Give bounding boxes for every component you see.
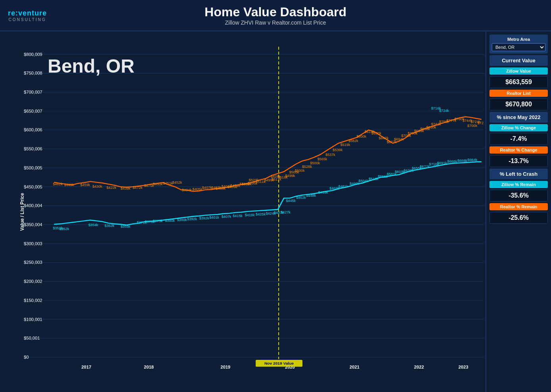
svg-text:2019: 2019	[220, 365, 230, 369]
svg-text:$450,005: $450,005	[24, 184, 42, 189]
svg-text:$459k: $459k	[318, 190, 328, 194]
realtor-remain-display: -25.6%	[489, 212, 548, 224]
svg-text:2018: 2018	[144, 365, 154, 369]
svg-text:$750,008: $750,008	[24, 71, 42, 76]
realtor-remain-label: Realtor % Remain	[489, 203, 548, 210]
left-crash-header: % Left to Crash	[489, 169, 548, 179]
svg-text:$519k: $519k	[340, 143, 350, 147]
svg-text:$650,007: $650,007	[24, 109, 42, 113]
svg-text:$448k: $448k	[306, 194, 316, 198]
logo-text: re:venture	[8, 9, 47, 17]
svg-text:$504k: $504k	[358, 179, 368, 183]
svg-text:$400,004: $400,004	[24, 204, 42, 208]
svg-text:$700,007: $700,007	[24, 90, 42, 94]
main-content: Value / List Price Bend, OR	[0, 31, 551, 392]
svg-text:$565k: $565k	[317, 157, 327, 161]
svg-text:$668k: $668k	[457, 159, 467, 163]
logo: re:venture CONSULTING	[8, 9, 47, 22]
svg-text:$537k: $537k	[326, 153, 335, 157]
logo-sub: CONSULTING	[8, 17, 47, 22]
svg-text:$430k: $430k	[92, 184, 102, 188]
svg-text:$472k: $472k	[133, 186, 143, 190]
svg-text:$449k: $449k	[64, 183, 74, 187]
svg-text:$100,001: $100,001	[24, 317, 42, 322]
realtor-pct-label: Realtor % Change	[489, 146, 548, 154]
svg-text:$419k: $419k	[245, 213, 255, 217]
svg-text:$375k: $375k	[153, 219, 163, 223]
svg-text:$528k: $528k	[302, 165, 312, 169]
svg-text:$691k: $691k	[437, 161, 447, 165]
realtor-value-label: Realtor List	[489, 90, 548, 97]
header: re:venture CONSULTING Home Value Dashboa…	[0, 0, 551, 31]
svg-text:$500,005: $500,005	[24, 165, 42, 170]
svg-text:$439k: $439k	[121, 187, 131, 191]
svg-text:$150,002: $150,002	[24, 298, 42, 303]
svg-text:$600,006: $600,006	[24, 128, 42, 133]
current-value-header: Current Value	[489, 55, 548, 66]
svg-text:$500k: $500k	[310, 161, 320, 165]
svg-text:$518k: $518k	[369, 177, 379, 181]
right-sidebar: Metro Area Bend, OR Current Value Zillow…	[485, 31, 551, 392]
svg-text:$300,003: $300,003	[24, 241, 42, 246]
svg-text:$407k: $407k	[202, 186, 212, 190]
zillow-remain-display: -35.6%	[489, 190, 548, 202]
svg-text:$550,006: $550,006	[24, 146, 42, 151]
svg-text:$0: $0	[24, 355, 29, 359]
page-title: Home Value Dashboard	[204, 5, 346, 19]
svg-text:$250,003: $250,003	[24, 260, 42, 265]
svg-text:$392k: $392k	[199, 216, 209, 220]
svg-text:$694k: $694k	[394, 138, 404, 142]
svg-text:$405k: $405k	[193, 188, 202, 192]
zillow-value-display: $663,559	[489, 76, 548, 88]
svg-text:$422k: $422k	[106, 186, 116, 190]
chart-svg: $800,009 $750,008 $700,007 $650,007 $600…	[24, 35, 484, 376]
zillow-remain-label: Zillow % Remain	[489, 181, 548, 188]
svg-text:2017: 2017	[81, 365, 91, 369]
svg-text:$445k: $445k	[286, 199, 296, 203]
svg-text:$380k: $380k	[177, 218, 187, 222]
metro-area-section: Metro Area Bend, OR	[489, 35, 548, 54]
page-subtitle: Zillow ZHVI Raw v Realtor.com List Price	[204, 19, 346, 26]
svg-text:$392k: $392k	[187, 217, 197, 221]
svg-text:$452k: $452k	[296, 196, 306, 200]
svg-text:$380k: $380k	[165, 219, 175, 223]
metro-select[interactable]: Bend, OR	[492, 43, 545, 51]
svg-text:$642k: $642k	[379, 136, 389, 140]
realtor-pct-display: -13.7%	[489, 155, 548, 167]
svg-text:$724k: $724k	[439, 109, 449, 113]
svg-text:$499k: $499k	[285, 174, 295, 178]
svg-text:$668k: $668k	[447, 159, 457, 163]
svg-text:$427k: $427k	[281, 210, 291, 214]
svg-text:$350,004: $350,004	[24, 222, 42, 227]
svg-text:$415k: $415k	[233, 214, 243, 218]
header-center: Home Value Dashboard Zillow ZHVI Raw v R…	[204, 5, 346, 26]
zillow-pct-label: Zillow % Change	[489, 124, 548, 131]
svg-text:2023: 2023	[459, 365, 468, 369]
svg-text:$800,009: $800,009	[24, 52, 42, 57]
since-may-header: % since May 2022	[489, 112, 548, 123]
chart-area: Value / List Price Bend, OR	[0, 31, 485, 392]
svg-text:$50,001: $50,001	[24, 336, 40, 341]
realtor-value-display: $670,800	[489, 98, 548, 110]
svg-text:$481k: $481k	[338, 184, 348, 188]
svg-text:$664k: $664k	[467, 158, 477, 162]
svg-text:$523k: $523k	[249, 179, 259, 183]
svg-text:$425k: $425k	[256, 213, 266, 217]
city-label: Bend, OR	[48, 55, 135, 77]
svg-text:$539k: $539k	[333, 148, 343, 152]
svg-text:2021: 2021	[350, 365, 360, 369]
svg-text:$600k: $600k	[356, 135, 366, 138]
svg-text:2022: 2022	[414, 365, 424, 369]
svg-text:$630k: $630k	[372, 131, 381, 135]
svg-text:$582k: $582k	[349, 139, 358, 143]
zillow-value-label: Zillow Value	[489, 67, 548, 75]
svg-text:$428k: $428k	[271, 175, 281, 179]
svg-text:$700k: $700k	[467, 124, 477, 128]
svg-text:$352k: $352k	[104, 224, 114, 228]
svg-text:$354k: $354k	[89, 223, 98, 227]
svg-text:$452k: $452k	[172, 181, 182, 184]
svg-text:$459k: $459k	[80, 183, 90, 187]
svg-text:$352k: $352k	[59, 227, 69, 231]
svg-text:$459k: $459k	[216, 187, 226, 191]
svg-text:$722k: $722k	[478, 121, 484, 125]
